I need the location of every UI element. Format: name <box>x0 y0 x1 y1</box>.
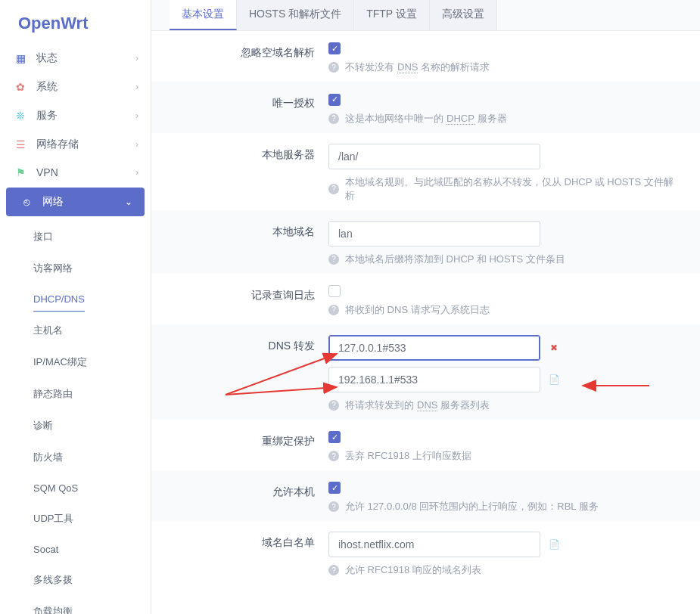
help-text: ?不转发没有 DNS 名称的解析请求 <box>328 60 682 74</box>
checkbox-authoritative[interactable]: ✓ <box>328 94 341 106</box>
tab-tftp[interactable]: TFTP 设置 <box>354 0 430 30</box>
sidebar: OpenWrt ▦ 状态 › ✿ 系统 › ❊ 服务 › ☰ 网络存储 › <box>0 0 151 614</box>
dns-forward-input-0[interactable] <box>328 335 540 361</box>
row-local-server: 本地服务器 ?本地域名规则。与此域匹配的名称从不转发，仅从 DHCP 或 HOS… <box>151 133 700 210</box>
sub-udp[interactable]: UDP工具 <box>0 506 151 532</box>
sub-diagnostics[interactable]: 诊断 <box>0 413 151 439</box>
delete-button[interactable]: ✖ <box>548 342 560 354</box>
nav-services[interactable]: ❊ 服务 › <box>0 101 151 130</box>
help-icon: ? <box>328 62 339 73</box>
nav-label: 系统 <box>36 80 58 94</box>
help-text: ?本地域名规则。与此域匹配的名称从不转发，仅从 DHCP 或 HOSTS 文件解… <box>328 175 682 203</box>
add-button[interactable]: 📄 <box>548 374 560 386</box>
sub-dhcpdns[interactable]: DHCP/DNS <box>33 287 85 312</box>
nav-network[interactable]: ⎋ 网络 ⌄ <box>6 188 145 216</box>
row-log-queries: 记录查询日志 ?将收到的 DNS 请求写入系统日志 <box>151 274 700 324</box>
vpn-icon: ⚑ <box>12 166 29 178</box>
nav-label: 网络 <box>42 195 64 209</box>
help-text: ?将收到的 DNS 请求写入系统日志 <box>328 303 682 317</box>
checkbox-log-queries[interactable] <box>328 285 341 297</box>
row-whitelist: 域名白名单 📄 ?允许 RFC1918 响应的域名列表 <box>151 521 700 585</box>
row-authoritative: 唯一授权 ✓ ?这是本地网络中唯一的 DHCP 服务器 <box>151 82 700 132</box>
help-text: ?允许 RFC1918 响应的域名列表 <box>328 563 682 577</box>
row-dns-forward: DNS 转发 ✖ 📄 ?将请求转发到的 DNS 服务器列表 <box>151 324 700 420</box>
chevron-right-icon: › <box>135 167 138 178</box>
checkbox-ignore-empty[interactable]: ✓ <box>328 42 341 54</box>
chevron-right-icon: › <box>135 139 138 150</box>
service-icon: ❊ <box>12 110 29 122</box>
checkbox-rebind[interactable]: ✓ <box>328 431 341 443</box>
help-text: ?丢弃 RFC1918 上行响应数据 <box>328 449 682 463</box>
nav-status[interactable]: ▦ 状态 › <box>0 44 151 73</box>
help-icon: ? <box>328 254 339 265</box>
sub-routes[interactable]: 静态路由 <box>0 381 151 407</box>
field-label: 允许本机 <box>170 481 328 499</box>
local-domain-input[interactable] <box>328 221 540 247</box>
tab-basic[interactable]: 基本设置 <box>170 0 237 30</box>
sub-firewall[interactable]: 防火墙 <box>0 445 151 470</box>
add-button[interactable]: 📄 <box>548 538 560 550</box>
sub-interfaces[interactable]: 接口 <box>0 224 151 250</box>
field-label: DNS 转发 <box>170 335 328 353</box>
tabs: 基本设置 HOSTS 和解析文件 TFTP 设置 高级设置 <box>151 0 700 31</box>
field-label: 重绑定保护 <box>170 430 328 448</box>
help-text: ?允许 127.0.0.0/8 回环范围内的上行响应，例如：RBL 服务 <box>328 500 682 513</box>
network-icon: ⎋ <box>18 196 35 208</box>
storage-icon: ☰ <box>12 138 29 150</box>
help-icon: ? <box>328 451 339 461</box>
field-label: 记录查询日志 <box>170 284 328 302</box>
tab-hosts[interactable]: HOSTS 和解析文件 <box>237 0 354 30</box>
sub-mwan[interactable]: 多线多拨 <box>0 567 151 593</box>
field-label: 本地服务器 <box>170 144 328 162</box>
field-label: 忽略空域名解析 <box>170 42 328 60</box>
nav: ▦ 状态 › ✿ 系统 › ❊ 服务 › ☰ 网络存储 › ⚑ VPN <box>0 44 151 614</box>
chevron-right-icon: › <box>135 53 138 64</box>
sub-loadbal[interactable]: 负载均衡 <box>0 599 151 614</box>
form: 忽略空域名解析 ✓ ?不转发没有 DNS 名称的解析请求 唯一授权 ✓ ?这是本… <box>151 31 700 585</box>
sub-guest[interactable]: 访客网络 <box>0 256 151 281</box>
field-label: 域名白名单 <box>170 532 328 550</box>
help-text: ?将请求转发到的 DNS 服务器列表 <box>328 398 682 412</box>
field-label: 本地域名 <box>170 221 328 239</box>
nav-label: 服务 <box>36 109 58 122</box>
whitelist-input[interactable] <box>328 532 540 557</box>
help-icon: ? <box>328 113 339 124</box>
help-icon: ? <box>328 184 339 194</box>
row-localhost: 允许本机 ✓ ?允许 127.0.0.0/8 回环范围内的上行响应，例如：RBL… <box>151 470 700 521</box>
sub-hostnames[interactable]: 主机名 <box>0 318 151 343</box>
main: 基本设置 HOSTS 和解析文件 TFTP 设置 高级设置 忽略空域名解析 ✓ … <box>151 0 700 614</box>
row-rebind: 重绑定保护 ✓ ?丢弃 RFC1918 上行响应数据 <box>151 420 700 470</box>
chevron-down-icon: ⌄ <box>125 197 132 207</box>
nav-label: 状态 <box>36 51 58 65</box>
checkbox-localhost[interactable]: ✓ <box>328 482 341 494</box>
chevron-right-icon: › <box>135 110 138 121</box>
sub-ipmac[interactable]: IP/MAC绑定 <box>0 349 151 375</box>
help-icon: ? <box>328 305 339 315</box>
help-icon: ? <box>328 400 339 411</box>
gear-icon: ✿ <box>12 81 29 93</box>
row-local-domain: 本地域名 ?本地域名后缀将添加到 DHCP 和 HOSTS 文件条目 <box>151 210 700 274</box>
help-icon: ? <box>328 501 339 512</box>
chevron-right-icon: › <box>135 82 138 92</box>
sub-sqm[interactable]: SQM QoS <box>0 476 151 500</box>
sub-nav: 接口 访客网络 DHCP/DNS 主机名 IP/MAC绑定 静态路由 诊断 防火… <box>0 218 151 614</box>
nav-system[interactable]: ✿ 系统 › <box>0 73 151 101</box>
row-ignore-empty: 忽略空域名解析 ✓ ?不转发没有 DNS 名称的解析请求 <box>151 31 700 82</box>
dns-forward-input-1[interactable] <box>328 367 540 392</box>
sub-socat[interactable]: Socat <box>0 538 151 561</box>
tab-advanced[interactable]: 高级设置 <box>430 0 497 30</box>
dashboard-icon: ▦ <box>12 52 29 64</box>
field-label: 唯一授权 <box>170 92 328 110</box>
nav-vpn[interactable]: ⚑ VPN › <box>0 159 151 186</box>
help-text: ?本地域名后缀将添加到 DHCP 和 HOSTS 文件条目 <box>328 253 682 266</box>
logo: OpenWrt <box>0 0 151 44</box>
nav-nas[interactable]: ☰ 网络存储 › <box>0 130 151 159</box>
local-server-input[interactable] <box>328 144 540 169</box>
nav-label: VPN <box>36 166 58 178</box>
nav-label: 网络存储 <box>36 138 79 151</box>
help-text: ?这是本地网络中唯一的 DHCP 服务器 <box>328 112 682 126</box>
help-icon: ? <box>328 565 339 575</box>
